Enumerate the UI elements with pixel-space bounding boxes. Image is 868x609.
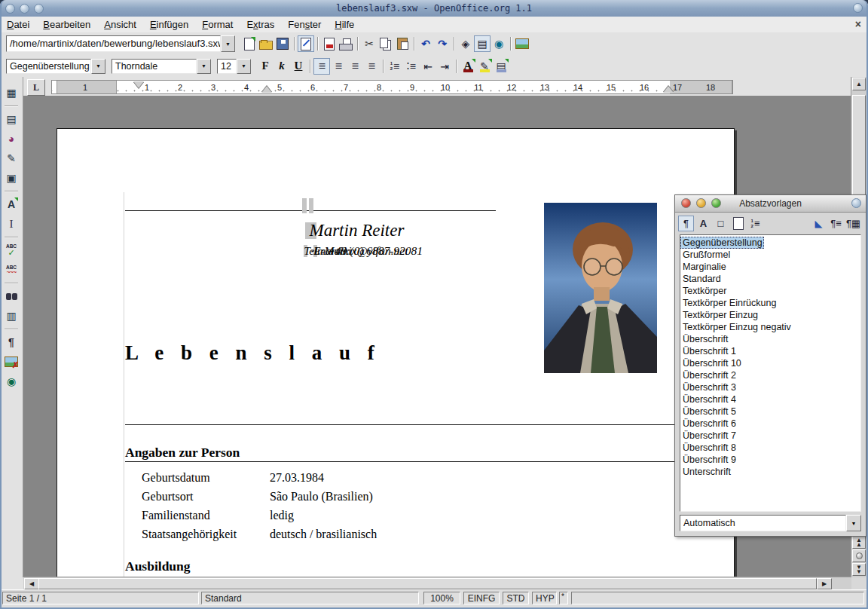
direct-cursor-button[interactable]: I <box>3 216 20 232</box>
save-document-button[interactable] <box>274 35 291 52</box>
increase-indent-button[interactable]: ⇥ <box>436 58 453 75</box>
cut-button[interactable]: ✂ <box>361 35 377 52</box>
update-style-button[interactable]: ¶▦ <box>845 216 861 231</box>
paragraph-style-dropdown-button[interactable]: ▼ <box>91 59 105 74</box>
menu-datei[interactable]: Datei <box>0 17 36 32</box>
menu-format[interactable]: Format <box>195 17 240 32</box>
style-list-item[interactable]: Überschrift 1 <box>680 345 860 357</box>
status-page-style[interactable]: Standard <box>201 592 419 604</box>
style-list-item[interactable]: Grußformel <box>680 249 860 261</box>
style-list-item[interactable]: Überschrift 3 <box>680 381 860 393</box>
url-input[interactable]: /home/martinix/daten/bewerbung/lebenslau… <box>6 35 221 52</box>
spellcheck-button[interactable]: ABC <box>3 242 20 259</box>
window-close-button[interactable] <box>853 3 863 13</box>
font-name-dropdown-button[interactable]: ▼ <box>197 59 211 74</box>
find-replace-button[interactable] <box>3 288 20 304</box>
style-list-item[interactable]: Überschrift 8 <box>680 442 860 454</box>
font-size-dropdown-button[interactable]: ▼ <box>237 59 251 74</box>
paragraph-style-input[interactable]: Gegenüberstellung <box>6 59 91 74</box>
menu-bearbeiten[interactable]: Bearbeiten <box>36 17 97 32</box>
insert-frame-button[interactable]: ▣ <box>3 170 20 186</box>
style-list-item[interactable]: Überschrift 6 <box>680 418 860 430</box>
horizontal-scroll-thumb[interactable] <box>38 578 817 589</box>
character-styles-button[interactable]: A <box>695 216 711 231</box>
numbered-list-button[interactable]: ≡ <box>387 58 403 75</box>
draw-functions-button[interactable]: ✎ <box>3 150 20 167</box>
align-justify-button[interactable]: ≡ <box>363 58 380 75</box>
align-right-button[interactable]: ≡ <box>347 58 363 75</box>
url-dropdown-button[interactable]: ▼ <box>221 35 235 52</box>
style-list-item[interactable]: Standard <box>680 273 860 285</box>
paragraph-background-button[interactable]: ▤ <box>493 58 509 75</box>
scroll-right-button[interactable]: ▶ <box>817 578 832 589</box>
auto-spellcheck-button[interactable]: ABC <box>3 262 20 278</box>
online-layout-button[interactable]: ◉ <box>3 373 20 390</box>
style-list-item[interactable]: Überschrift <box>680 333 860 345</box>
redo-button[interactable]: ↷ <box>434 35 451 52</box>
font-name-input[interactable]: Thorndale <box>112 59 197 74</box>
left-indent-marker[interactable] <box>261 86 272 93</box>
font-color-button[interactable]: A <box>460 58 476 75</box>
insert-object-button[interactable]: ◕ <box>3 130 20 147</box>
data-sources-button[interactable]: ▥ <box>3 308 20 324</box>
new-document-button[interactable] <box>241 35 258 52</box>
stylist-shade-button[interactable] <box>851 198 861 208</box>
highlighting-button[interactable]: ✎ <box>476 58 493 75</box>
status-zoom[interactable]: 100% <box>423 592 460 604</box>
style-list-item[interactable]: Textkörper Einrückung <box>680 297 860 309</box>
style-filter-value[interactable]: Automatisch <box>680 515 846 531</box>
status-selection-mode[interactable]: STD <box>503 592 529 604</box>
underline-button[interactable]: U <box>290 58 307 75</box>
align-left-button[interactable]: ≡ <box>313 58 330 75</box>
style-filter-dropdown-button[interactable]: ▼ <box>846 515 861 531</box>
style-list-item[interactable]: Marginalie <box>680 261 860 273</box>
paste-button[interactable] <box>394 35 411 52</box>
numbering-styles-button[interactable]: ≡ <box>747 216 763 231</box>
autotext-button[interactable]: A <box>3 196 20 213</box>
stylist-button[interactable]: ▤ <box>474 35 491 52</box>
previous-page-button[interactable]: ▲▲ <box>852 536 866 549</box>
open-file-button[interactable] <box>258 35 274 52</box>
frame-styles-button[interactable]: □ <box>713 216 729 231</box>
copy-button[interactable] <box>377 35 394 52</box>
font-size-input[interactable]: 12 <box>217 59 237 74</box>
style-list-item[interactable]: Überschrift 10 <box>680 357 860 369</box>
next-page-button[interactable]: ▼▼ <box>852 563 866 576</box>
status-hyperlink-mode[interactable]: HYP <box>532 592 557 604</box>
vertical-scroll-thumb[interactable] <box>852 95 866 196</box>
decrease-indent-button[interactable]: ⇤ <box>420 58 436 75</box>
tab-type-selector-button[interactable]: L <box>27 79 45 96</box>
undo-button[interactable]: ↶ <box>417 35 434 52</box>
graphics-onoff-button[interactable] <box>3 353 20 370</box>
close-document-icon[interactable]: × <box>855 18 861 30</box>
scroll-up-button[interactable]: ▲ <box>852 78 866 90</box>
style-list-item[interactable]: Überschrift 5 <box>680 405 860 418</box>
new-style-from-selection-button[interactable]: ¶≡ <box>828 216 844 231</box>
menu-fenster[interactable]: Fenster <box>281 17 328 32</box>
scroll-left-button[interactable]: ◀ <box>24 578 39 589</box>
nonprinting-characters-button[interactable]: ¶ <box>3 334 20 350</box>
insert-table-button[interactable]: ▦ <box>3 84 20 101</box>
document-page[interactable]: Martin Reiter Tel.: +49 (0) 6887-92081 ·… <box>57 128 735 577</box>
style-list-item[interactable]: Überschrift 9 <box>680 454 860 466</box>
export-pdf-button[interactable] <box>321 35 338 52</box>
horizontal-scrollbar[interactable]: ◀ ▶ <box>23 577 851 590</box>
style-list-item[interactable]: Überschrift 4 <box>680 393 860 405</box>
insert-section-button[interactable]: ▤ <box>3 111 20 127</box>
gallery-button[interactable] <box>514 35 530 52</box>
menu-ansicht[interactable]: Ansicht <box>97 17 143 32</box>
style-list-item[interactable]: Textkörper Einzug negativ <box>680 321 860 333</box>
fill-format-mode-button[interactable]: ◣ <box>811 216 827 231</box>
hyperlink-dialog-button[interactable]: ◉ <box>491 35 507 52</box>
menu-hilfe[interactable]: Hilfe <box>328 17 361 32</box>
status-page[interactable]: Seite 1 / 1 <box>2 592 199 604</box>
navigator-button[interactable]: ◈ <box>457 35 474 52</box>
edit-file-button[interactable] <box>298 35 314 52</box>
horizontal-ruler[interactable]: 1 123456789101112131415161718 <box>51 80 733 94</box>
style-list-item[interactable]: Unterschrift <box>680 466 860 478</box>
title-bar[interactable]: lebenslauf3.sxw - OpenOffice.org 1.1 <box>0 0 868 17</box>
style-list-item[interactable]: Textkörper Einzug <box>680 309 860 321</box>
style-list-item[interactable]: Gegenüberstellung <box>680 237 764 249</box>
navigation-button[interactable] <box>852 549 866 562</box>
paragraph-styles-button[interactable]: ¶ <box>678 216 694 231</box>
